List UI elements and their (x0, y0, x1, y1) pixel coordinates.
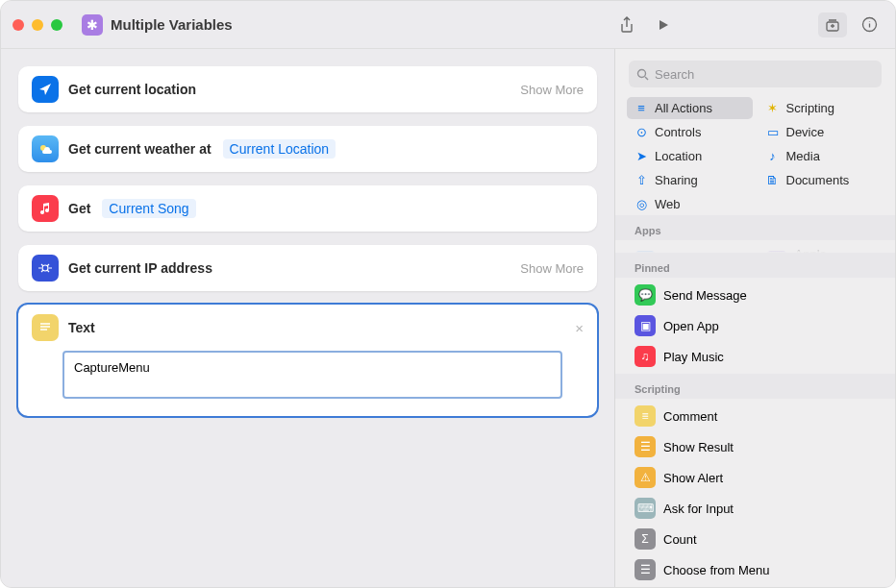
category-icon: ≡ (635, 101, 648, 115)
share-button[interactable] (612, 12, 641, 37)
category-media[interactable]: ♪Media (759, 145, 884, 167)
category-scripting[interactable]: ✶Scripting (759, 97, 884, 119)
ip-icon (32, 255, 59, 282)
category-documents[interactable]: 🗎Documents (759, 169, 884, 191)
list-item-icon: ☰ (635, 436, 656, 457)
show-more-button[interactable]: Show More (520, 83, 584, 97)
list-item-icon: 💬 (635, 284, 656, 306)
action-get-weather[interactable]: Get current weather at Current Location (18, 126, 597, 172)
svg-point-4 (638, 69, 646, 77)
library-item[interactable]: ☰Choose from Menu (627, 554, 884, 585)
list-item-icon: ⚙ (766, 251, 787, 253)
variable-token[interactable]: Current Song (102, 199, 195, 218)
list-item-icon: ≡ (635, 405, 656, 427)
search-icon (636, 68, 649, 81)
library-item[interactable]: AApp Store (627, 242, 753, 253)
search-placeholder: Search (655, 67, 694, 82)
list-item-icon: A (635, 251, 656, 253)
text-icon (32, 314, 59, 341)
workflow-icon: ✱ (82, 14, 103, 36)
app-window: ✱ Multiple Variables Get current locatio… (0, 0, 896, 588)
list-item-icon: ☰ (635, 559, 656, 580)
category-icon: ➤ (635, 149, 648, 163)
category-icon: ✶ (766, 101, 780, 115)
list-item-icon: ⌨ (635, 498, 656, 519)
category-icon: ⇧ (635, 173, 648, 187)
list-item-icon: ♫ (635, 346, 656, 367)
action-label: Get current weather at (68, 141, 212, 157)
category-all-actions[interactable]: ≡All Actions (627, 97, 753, 119)
library-item[interactable]: ☰Show Result (627, 431, 884, 462)
category-icon: ▭ (766, 125, 780, 139)
category-icon: 🗎 (766, 173, 780, 187)
library-item[interactable]: ⚠Show Alert (627, 462, 884, 493)
action-text[interactable]: Text × (18, 305, 597, 416)
library-item[interactable]: ≡Comment (627, 401, 884, 431)
category-sharing[interactable]: ⇧Sharing (627, 169, 753, 191)
library-toggle-button[interactable] (818, 12, 847, 37)
action-label: Get (68, 201, 90, 216)
library-item[interactable]: ⌨Ask for Input (627, 493, 884, 524)
action-get-song[interactable]: Get Current Song (18, 185, 597, 232)
list-item-icon: ▣ (635, 315, 656, 336)
library-item[interactable]: ♫Play Music (627, 341, 884, 372)
section-header-pinned: Pinned (615, 253, 895, 278)
action-library-sidebar: Search ≡All Actions✶Scripting⊙Controls▭D… (614, 49, 895, 587)
weather-icon (32, 135, 59, 162)
text-input[interactable] (62, 351, 562, 399)
library-item[interactable]: ⚙Apple…igurator (759, 242, 884, 253)
workflow-canvas[interactable]: Get current location Show More Get curre… (1, 49, 614, 587)
action-label: Get current location (68, 82, 196, 97)
category-grid: ≡All Actions✶Scripting⊙Controls▭Device➤L… (615, 97, 895, 215)
action-label: Text (68, 320, 95, 335)
music-icon (32, 195, 59, 222)
traffic-lights (12, 19, 62, 31)
section-header-scripting: Scripting (615, 374, 895, 399)
run-button[interactable] (649, 12, 678, 37)
category-device[interactable]: ▭Device (759, 121, 884, 143)
location-icon (32, 76, 59, 103)
minimize-window-button[interactable] (32, 19, 43, 31)
category-icon: ◎ (635, 197, 648, 211)
library-item[interactable]: 💬Send Message (627, 280, 884, 310)
search-field[interactable]: Search (629, 61, 882, 87)
library-item[interactable]: ΣCount (627, 524, 884, 554)
window-title: Multiple Variables (111, 16, 233, 33)
list-item-icon: Σ (635, 528, 656, 550)
zoom-window-button[interactable] (51, 19, 62, 31)
category-icon: ⊙ (635, 125, 648, 139)
category-icon: ♪ (766, 149, 780, 163)
category-controls[interactable]: ⊙Controls (627, 121, 753, 143)
close-window-button[interactable] (12, 19, 24, 31)
category-location[interactable]: ➤Location (627, 145, 753, 167)
action-get-ip[interactable]: Get current IP address Show More (18, 245, 597, 291)
action-label: Get current IP address (68, 260, 212, 276)
action-get-location[interactable]: Get current location Show More (18, 66, 597, 112)
remove-action-button[interactable]: × (575, 320, 584, 336)
section-header-apps: Apps (615, 215, 895, 240)
titlebar: ✱ Multiple Variables (1, 1, 895, 49)
info-button[interactable] (855, 12, 884, 37)
list-item-icon: ⚠ (635, 467, 656, 488)
library-item[interactable]: ▣Open App (627, 310, 884, 341)
variable-token[interactable]: Current Location (223, 139, 336, 159)
category-web[interactable]: ◎Web (627, 193, 753, 215)
show-more-button[interactable]: Show More (520, 261, 584, 276)
